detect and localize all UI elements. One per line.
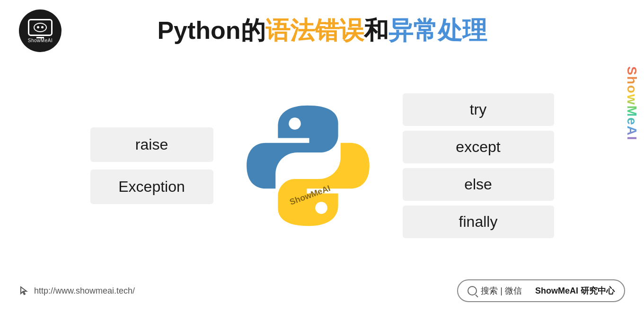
search-brand: ShowMeAI 研究中心: [535, 285, 615, 296]
svg-point-1: [315, 202, 327, 214]
keyword-raise: raise: [90, 127, 213, 162]
header: ShowMeAI Python的语法错误和异常处理: [0, 0, 644, 57]
title-orange: 语法错误: [265, 17, 364, 44]
logo: ShowMeAI: [19, 9, 62, 52]
search-box[interactable]: 搜索 | 微信 ShowMeAI 研究中心: [457, 279, 625, 302]
right-keywords: try except else finally: [403, 93, 554, 238]
cursor-icon: [19, 285, 30, 296]
svg-point-0: [289, 117, 300, 129]
keyword-try: try: [403, 93, 554, 126]
footer-url: http://www.showmeai.tech/: [34, 286, 135, 296]
keyword-else: else: [403, 168, 554, 201]
footer: http://www.showmeai.tech/ 搜索 | 微信 ShowMe…: [0, 275, 644, 312]
search-icon: [468, 286, 477, 295]
left-keywords: raise Exception: [90, 127, 213, 204]
page-title: Python的语法错误和异常处理: [62, 14, 625, 47]
keyword-except: except: [403, 131, 554, 163]
title-middle: 和: [364, 17, 388, 44]
logo-face: [34, 23, 47, 32]
title-prefix: Python的: [157, 17, 265, 44]
logo-screen: [28, 19, 53, 36]
keyword-finally: finally: [403, 206, 554, 238]
footer-link: http://www.showmeai.tech/: [19, 285, 135, 296]
logo-text: ShowMeAI: [28, 38, 53, 43]
keyword-exception: Exception: [90, 170, 213, 204]
title-blue: 异常处理: [388, 17, 487, 44]
python-logo: ShowMeAI: [242, 99, 374, 232]
logo-eye-left: [37, 26, 39, 28]
main-content: raise Exception ShowMeAI try except else…: [0, 57, 644, 275]
search-placeholder: 搜索 | 微信: [481, 285, 522, 296]
watermark: ShowMeAI: [624, 66, 639, 141]
logo-eye-right: [41, 26, 44, 28]
